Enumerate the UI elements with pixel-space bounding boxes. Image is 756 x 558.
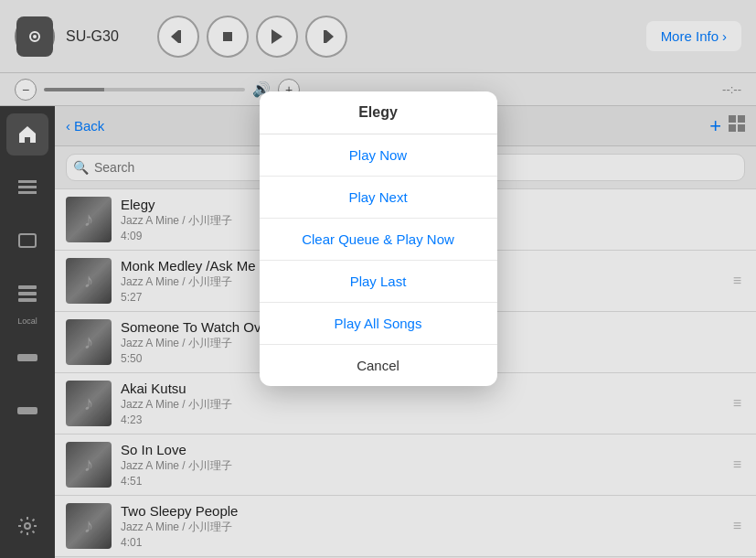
popup-menu: Elegy Play Now Play Next Clear Queue & P…: [260, 91, 497, 386]
popup-play-now[interactable]: Play Now: [260, 134, 497, 177]
popup-play-last[interactable]: Play Last: [260, 261, 497, 303]
popup-play-all[interactable]: Play All Songs: [260, 303, 497, 345]
popup-title: Elegy: [260, 91, 497, 134]
popup-overlay: Elegy Play Now Play Next Clear Queue & P…: [0, 0, 756, 558]
popup-clear-queue[interactable]: Clear Queue & Play Now: [260, 219, 497, 261]
popup-play-next[interactable]: Play Next: [260, 177, 497, 219]
popup-cancel[interactable]: Cancel: [260, 345, 497, 386]
